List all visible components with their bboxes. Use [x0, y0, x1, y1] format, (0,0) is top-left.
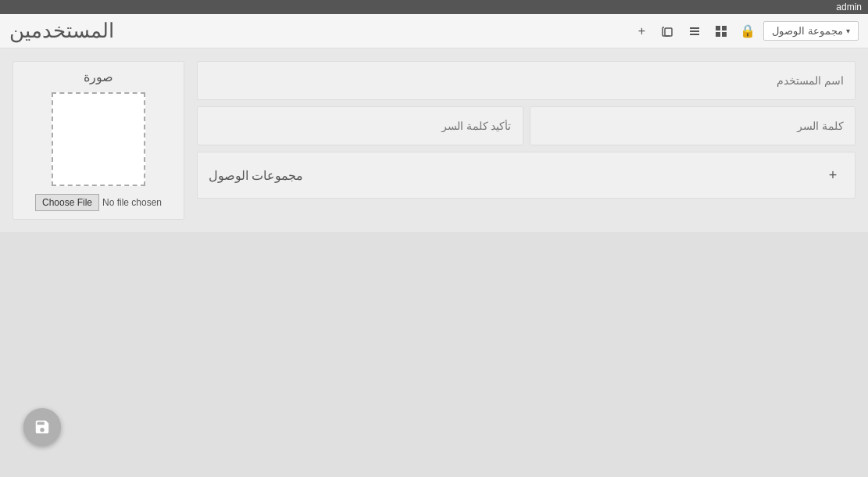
- toolbar: ▾ مجموعة الوصول 🔒 + المستخ: [0, 14, 868, 48]
- form-section: + مجموعات الوصول: [197, 61, 855, 220]
- photo-placeholder: [52, 92, 145, 186]
- password-card: [530, 106, 856, 145]
- admin-label: admin: [836, 2, 862, 13]
- save-button[interactable]: [23, 408, 61, 446]
- grid-icon[interactable]: [710, 20, 732, 42]
- svg-rect-1: [722, 26, 727, 30]
- photo-label: صورة: [84, 70, 113, 84]
- photo-section: صورة No file chosen Choose File: [13, 61, 184, 220]
- svg-rect-7: [665, 28, 672, 36]
- svg-rect-2: [716, 32, 720, 37]
- svg-rect-4: [690, 27, 699, 29]
- list-icon[interactable]: [684, 20, 705, 42]
- confirm-password-card: [197, 106, 523, 145]
- svg-rect-0: [716, 26, 720, 30]
- admin-bar: admin: [0, 0, 868, 14]
- copy-icon[interactable]: [657, 20, 679, 42]
- plus-label: +: [638, 24, 645, 38]
- toolbar-icons: ▾ مجموعة الوصول 🔒 +: [630, 20, 859, 42]
- access-groups-label: مجموعات الوصول: [209, 168, 303, 183]
- username-card: [197, 61, 855, 100]
- choose-file-button[interactable]: Choose File: [35, 194, 99, 211]
- svg-rect-3: [722, 32, 727, 37]
- password-row: [197, 106, 855, 145]
- main-content: + مجموعات الوصول صورة No file chosen Cho…: [0, 48, 868, 232]
- svg-rect-6: [690, 34, 699, 35]
- no-file-label: No file chosen: [102, 197, 162, 208]
- file-input-wrapper: No file chosen Choose File: [21, 194, 176, 211]
- access-groups-card: + مجموعات الوصول: [197, 152, 855, 199]
- svg-rect-5: [690, 30, 699, 32]
- page-title: المستخدمين: [9, 19, 114, 43]
- add-group-button[interactable]: +: [822, 164, 844, 186]
- username-input[interactable]: [209, 70, 844, 91]
- chevron-down-icon: ▾: [846, 27, 850, 35]
- add-icon[interactable]: +: [630, 20, 652, 42]
- password-input[interactable]: [541, 115, 845, 137]
- confirm-password-input[interactable]: [209, 115, 512, 137]
- access-group-dropdown[interactable]: ▾ مجموعة الوصول: [763, 21, 859, 41]
- lock-icon[interactable]: 🔒: [737, 20, 759, 42]
- dropdown-label: مجموعة الوصول: [772, 25, 843, 37]
